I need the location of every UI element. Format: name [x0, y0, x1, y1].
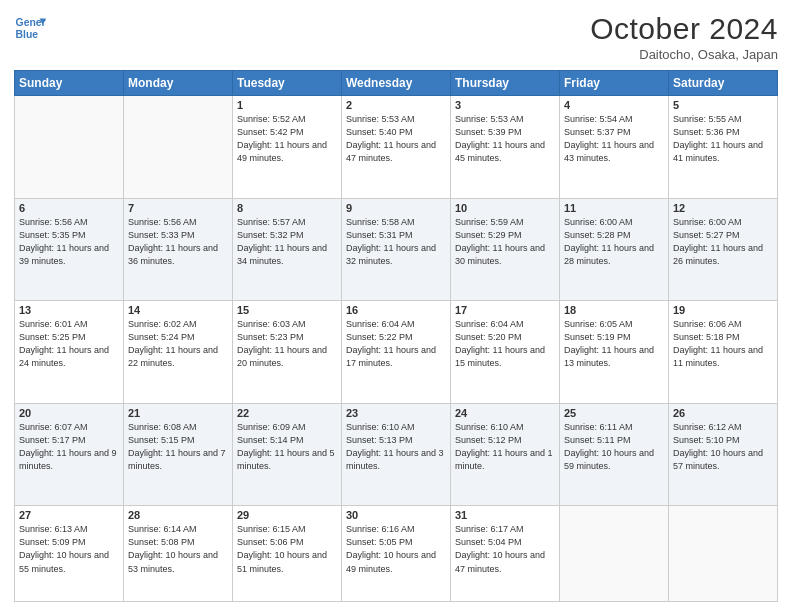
cell-content: Sunrise: 6:17 AM Sunset: 5:04 PM Dayligh…: [455, 523, 555, 575]
day-number: 31: [455, 509, 555, 521]
calendar-cell: 20Sunrise: 6:07 AM Sunset: 5:17 PM Dayli…: [15, 403, 124, 506]
cell-content: Sunrise: 6:08 AM Sunset: 5:15 PM Dayligh…: [128, 421, 228, 473]
cell-content: Sunrise: 6:14 AM Sunset: 5:08 PM Dayligh…: [128, 523, 228, 575]
cell-content: Sunrise: 5:54 AM Sunset: 5:37 PM Dayligh…: [564, 113, 664, 165]
day-number: 16: [346, 304, 446, 316]
day-number: 30: [346, 509, 446, 521]
cell-content: Sunrise: 5:55 AM Sunset: 5:36 PM Dayligh…: [673, 113, 773, 165]
calendar-cell: [560, 506, 669, 602]
cell-content: Sunrise: 6:05 AM Sunset: 5:19 PM Dayligh…: [564, 318, 664, 370]
day-number: 8: [237, 202, 337, 214]
calendar-cell: 18Sunrise: 6:05 AM Sunset: 5:19 PM Dayli…: [560, 301, 669, 404]
calendar-cell: 9Sunrise: 5:58 AM Sunset: 5:31 PM Daylig…: [342, 198, 451, 301]
cell-content: Sunrise: 6:03 AM Sunset: 5:23 PM Dayligh…: [237, 318, 337, 370]
cell-content: Sunrise: 6:10 AM Sunset: 5:12 PM Dayligh…: [455, 421, 555, 473]
day-number: 24: [455, 407, 555, 419]
weekday-header: Saturday: [669, 71, 778, 96]
calendar-cell: 31Sunrise: 6:17 AM Sunset: 5:04 PM Dayli…: [451, 506, 560, 602]
calendar-cell: 28Sunrise: 6:14 AM Sunset: 5:08 PM Dayli…: [124, 506, 233, 602]
weekday-header: Friday: [560, 71, 669, 96]
day-number: 2: [346, 99, 446, 111]
calendar-cell: 13Sunrise: 6:01 AM Sunset: 5:25 PM Dayli…: [15, 301, 124, 404]
day-number: 1: [237, 99, 337, 111]
cell-content: Sunrise: 6:06 AM Sunset: 5:18 PM Dayligh…: [673, 318, 773, 370]
calendar-cell: 5Sunrise: 5:55 AM Sunset: 5:36 PM Daylig…: [669, 96, 778, 199]
calendar-cell: 15Sunrise: 6:03 AM Sunset: 5:23 PM Dayli…: [233, 301, 342, 404]
weekday-header: Monday: [124, 71, 233, 96]
cell-content: Sunrise: 5:56 AM Sunset: 5:35 PM Dayligh…: [19, 216, 119, 268]
header: General Blue October 2024 Daitocho, Osak…: [14, 12, 778, 62]
calendar-cell: 6Sunrise: 5:56 AM Sunset: 5:35 PM Daylig…: [15, 198, 124, 301]
cell-content: Sunrise: 6:13 AM Sunset: 5:09 PM Dayligh…: [19, 523, 119, 575]
calendar-cell: 25Sunrise: 6:11 AM Sunset: 5:11 PM Dayli…: [560, 403, 669, 506]
calendar-cell: 12Sunrise: 6:00 AM Sunset: 5:27 PM Dayli…: [669, 198, 778, 301]
calendar-cell: 14Sunrise: 6:02 AM Sunset: 5:24 PM Dayli…: [124, 301, 233, 404]
day-number: 11: [564, 202, 664, 214]
calendar-cell: 30Sunrise: 6:16 AM Sunset: 5:05 PM Dayli…: [342, 506, 451, 602]
weekday-header: Sunday: [15, 71, 124, 96]
cell-content: Sunrise: 6:11 AM Sunset: 5:11 PM Dayligh…: [564, 421, 664, 473]
day-number: 18: [564, 304, 664, 316]
cell-content: Sunrise: 6:16 AM Sunset: 5:05 PM Dayligh…: [346, 523, 446, 575]
cell-content: Sunrise: 6:00 AM Sunset: 5:28 PM Dayligh…: [564, 216, 664, 268]
calendar-cell: 3Sunrise: 5:53 AM Sunset: 5:39 PM Daylig…: [451, 96, 560, 199]
cell-content: Sunrise: 5:52 AM Sunset: 5:42 PM Dayligh…: [237, 113, 337, 165]
weekday-header: Tuesday: [233, 71, 342, 96]
cell-content: Sunrise: 5:57 AM Sunset: 5:32 PM Dayligh…: [237, 216, 337, 268]
day-number: 13: [19, 304, 119, 316]
calendar-cell: 7Sunrise: 5:56 AM Sunset: 5:33 PM Daylig…: [124, 198, 233, 301]
cell-content: Sunrise: 5:58 AM Sunset: 5:31 PM Dayligh…: [346, 216, 446, 268]
calendar-row: 6Sunrise: 5:56 AM Sunset: 5:35 PM Daylig…: [15, 198, 778, 301]
calendar-cell: [15, 96, 124, 199]
day-number: 29: [237, 509, 337, 521]
calendar-cell: 22Sunrise: 6:09 AM Sunset: 5:14 PM Dayli…: [233, 403, 342, 506]
calendar-cell: 8Sunrise: 5:57 AM Sunset: 5:32 PM Daylig…: [233, 198, 342, 301]
cell-content: Sunrise: 6:00 AM Sunset: 5:27 PM Dayligh…: [673, 216, 773, 268]
day-number: 26: [673, 407, 773, 419]
cell-content: Sunrise: 5:53 AM Sunset: 5:39 PM Dayligh…: [455, 113, 555, 165]
cell-content: Sunrise: 6:01 AM Sunset: 5:25 PM Dayligh…: [19, 318, 119, 370]
day-number: 19: [673, 304, 773, 316]
cell-content: Sunrise: 6:04 AM Sunset: 5:20 PM Dayligh…: [455, 318, 555, 370]
day-number: 28: [128, 509, 228, 521]
cell-content: Sunrise: 5:56 AM Sunset: 5:33 PM Dayligh…: [128, 216, 228, 268]
day-number: 20: [19, 407, 119, 419]
logo-icon: General Blue: [14, 12, 46, 44]
cell-content: Sunrise: 6:12 AM Sunset: 5:10 PM Dayligh…: [673, 421, 773, 473]
day-number: 15: [237, 304, 337, 316]
calendar-cell: 17Sunrise: 6:04 AM Sunset: 5:20 PM Dayli…: [451, 301, 560, 404]
calendar-row: 20Sunrise: 6:07 AM Sunset: 5:17 PM Dayli…: [15, 403, 778, 506]
cell-content: Sunrise: 5:53 AM Sunset: 5:40 PM Dayligh…: [346, 113, 446, 165]
day-number: 17: [455, 304, 555, 316]
day-number: 10: [455, 202, 555, 214]
day-number: 23: [346, 407, 446, 419]
cell-content: Sunrise: 6:09 AM Sunset: 5:14 PM Dayligh…: [237, 421, 337, 473]
calendar-cell: 26Sunrise: 6:12 AM Sunset: 5:10 PM Dayli…: [669, 403, 778, 506]
calendar-cell: 10Sunrise: 5:59 AM Sunset: 5:29 PM Dayli…: [451, 198, 560, 301]
weekday-header: Wednesday: [342, 71, 451, 96]
cell-content: Sunrise: 6:07 AM Sunset: 5:17 PM Dayligh…: [19, 421, 119, 473]
day-number: 25: [564, 407, 664, 419]
day-number: 3: [455, 99, 555, 111]
calendar-cell: 11Sunrise: 6:00 AM Sunset: 5:28 PM Dayli…: [560, 198, 669, 301]
calendar-cell: 27Sunrise: 6:13 AM Sunset: 5:09 PM Dayli…: [15, 506, 124, 602]
logo: General Blue: [14, 12, 46, 44]
calendar-cell: [669, 506, 778, 602]
day-number: 22: [237, 407, 337, 419]
cell-content: Sunrise: 6:15 AM Sunset: 5:06 PM Dayligh…: [237, 523, 337, 575]
day-number: 27: [19, 509, 119, 521]
calendar-cell: 19Sunrise: 6:06 AM Sunset: 5:18 PM Dayli…: [669, 301, 778, 404]
calendar-cell: 4Sunrise: 5:54 AM Sunset: 5:37 PM Daylig…: [560, 96, 669, 199]
calendar-cell: 23Sunrise: 6:10 AM Sunset: 5:13 PM Dayli…: [342, 403, 451, 506]
main-title: October 2024: [590, 12, 778, 46]
page: General Blue October 2024 Daitocho, Osak…: [0, 0, 792, 612]
cell-content: Sunrise: 6:10 AM Sunset: 5:13 PM Dayligh…: [346, 421, 446, 473]
title-block: October 2024 Daitocho, Osaka, Japan: [590, 12, 778, 62]
calendar-header-row: SundayMondayTuesdayWednesdayThursdayFrid…: [15, 71, 778, 96]
weekday-header: Thursday: [451, 71, 560, 96]
calendar-cell: 16Sunrise: 6:04 AM Sunset: 5:22 PM Dayli…: [342, 301, 451, 404]
calendar-table: SundayMondayTuesdayWednesdayThursdayFrid…: [14, 70, 778, 602]
day-number: 5: [673, 99, 773, 111]
calendar-cell: [124, 96, 233, 199]
day-number: 12: [673, 202, 773, 214]
